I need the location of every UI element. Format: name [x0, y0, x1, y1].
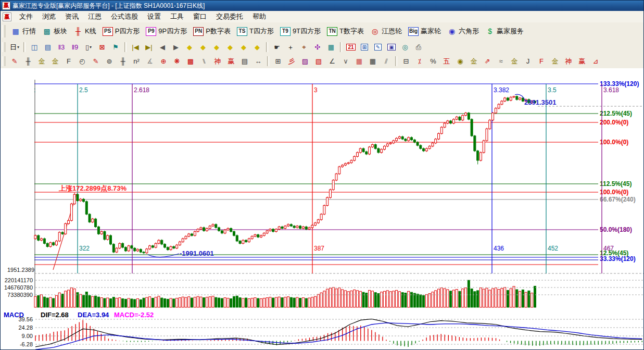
toolbar-grip[interactable]	[2, 56, 5, 66]
toolbar-button-p-square[interactable]: PSP四方形	[99, 25, 143, 38]
grid-red-icon[interactable]: ▦	[352, 55, 366, 67]
angle-final-icon[interactable]: ⊿	[589, 55, 602, 67]
gann-ruler-icon[interactable]: ╫	[21, 55, 35, 67]
toolbar-button-kline[interactable]: ╫K线	[70, 25, 99, 38]
color-chart-icon[interactable]: ⚑	[109, 41, 122, 53]
menu-item-2[interactable]: 资讯	[60, 11, 83, 22]
last-page-icon[interactable]: ▶|	[142, 41, 156, 53]
menu-item-4[interactable]: 公式选股	[106, 11, 143, 22]
first-page-icon[interactable]: |◀	[129, 41, 142, 53]
menu-item-6[interactable]: 工具	[166, 11, 188, 22]
menu-item-0[interactable]: 文件	[15, 11, 37, 22]
fib-f-icon[interactable]: F	[62, 55, 75, 67]
window-tile-icon[interactable]: ◫	[28, 41, 41, 53]
angle-fan-icon[interactable]: ∡	[143, 55, 157, 67]
puzzle-icon[interactable]: ▦	[324, 41, 338, 53]
crosshair-icon[interactable]: ＋	[284, 41, 297, 53]
diamond-right-icon[interactable]: ◆	[196, 41, 210, 53]
hash-icon[interactable]: ╫	[116, 55, 130, 67]
grid-dark-icon[interactable]: ▦	[366, 55, 380, 67]
gann-tool-icon[interactable]: ✣	[311, 41, 324, 53]
f-line-icon[interactable]: F	[535, 55, 548, 67]
gold-line2-icon[interactable]: 金	[548, 55, 562, 67]
shen-line-icon[interactable]: 神	[562, 55, 575, 67]
n-squared-icon[interactable]: n²	[130, 55, 143, 67]
web-icon[interactable]: ◎	[398, 41, 412, 53]
toolbar-button-9t-square[interactable]: T99T四方形	[277, 25, 324, 38]
toolbar-grip[interactable]	[2, 25, 5, 38]
toolbar-button-t-digit-table[interactable]: TNT数字表	[324, 25, 367, 38]
toolbar-button-hexagon[interactable]: ◉六角形	[444, 25, 482, 38]
formula-box-icon[interactable]: ⊠	[95, 41, 109, 53]
wave-icon[interactable]: ≈	[494, 55, 508, 67]
pencil2-icon[interactable]: ✎	[89, 55, 103, 67]
single-candle-dropdown[interactable]: ▯▾	[82, 41, 95, 53]
hist-tool-icon[interactable]: ⊟	[399, 55, 413, 67]
toolbar-button-gann-wheel[interactable]: ◎江恩轮	[367, 25, 405, 38]
shen-icon[interactable]: 神	[211, 55, 224, 67]
diamond-expand-icon[interactable]: ◆	[210, 41, 223, 53]
gold-gann2-icon[interactable]: 金	[48, 55, 62, 67]
diamond-left-icon[interactable]: ◆	[183, 41, 196, 53]
print-icon[interactable]: ⎙	[412, 41, 425, 53]
info-panel-icon[interactable]: ▤	[41, 41, 55, 53]
slant-lines-icon[interactable]: ⫽	[380, 55, 393, 67]
toolbar-button-sectors[interactable]: ▩板块	[39, 25, 70, 38]
bars-3-icon[interactable]: ‖3	[55, 41, 68, 53]
target-red-icon[interactable]: ⊕	[157, 55, 170, 67]
five-icon[interactable]: 五	[440, 55, 453, 67]
price-chart-canvas[interactable]: 133.33%(120)212.5%(45)200.0%(0)100.0%(0)…	[1, 68, 644, 350]
save-icon[interactable]: ▣	[385, 41, 398, 53]
menu-item-5[interactable]: 设置	[143, 11, 166, 22]
pencil-icon[interactable]: ✎	[8, 55, 21, 67]
angle-lines-icon[interactable]: ∠	[325, 55, 339, 67]
shaded-box2-icon[interactable]: ▧	[312, 55, 325, 67]
web-grid-icon[interactable]: ▩	[184, 55, 197, 67]
notepad-icon[interactable]: ✎	[371, 41, 385, 53]
toolbar-button-winner-service[interactable]: $赢家服务	[482, 25, 527, 38]
compass-icon[interactable]: ⊚	[103, 55, 116, 67]
toolbar-button-t-square[interactable]: TST四方形	[234, 25, 277, 38]
menu-item-8[interactable]: 交易委托	[211, 11, 248, 22]
toolbar-button-p-digit-table[interactable]: PNP数字表	[190, 25, 234, 38]
percent-icon[interactable]: %	[426, 55, 440, 67]
toolbar-grip[interactable]	[2, 42, 5, 52]
magnifier-icon[interactable]: ⌖	[297, 41, 311, 53]
gold-circle-icon[interactable]: ◉	[453, 55, 467, 67]
hand-drag-icon[interactable]: ☛	[270, 41, 284, 53]
diamond-center-icon[interactable]: ◆	[237, 41, 250, 53]
arrow-flag-icon[interactable]: ⇗	[481, 55, 494, 67]
gold-gann-icon[interactable]: 金	[35, 55, 48, 67]
bars-9-icon[interactable]: ‖9	[68, 41, 82, 53]
ruler-123-icon[interactable]: ▤	[238, 55, 251, 67]
spiral-icon[interactable]: ◴	[75, 55, 89, 67]
next-icon[interactable]: ▶	[169, 41, 183, 53]
prev-icon[interactable]: ◀	[156, 41, 169, 53]
print-icon-glyph: ⎙	[416, 43, 421, 52]
shaded-box-icon[interactable]: ▨	[298, 55, 312, 67]
period-day-dropdown[interactable]: 日▾	[8, 41, 21, 53]
calculator-icon[interactable]: ⊞	[358, 41, 371, 53]
menu-item-7[interactable]: 窗口	[188, 11, 211, 22]
diamond-compress-icon[interactable]: ◆	[223, 41, 237, 53]
tick-marks-icon[interactable]: ⑊	[197, 55, 211, 67]
toolbar-button-9p-square[interactable]: P99P四方形	[143, 25, 190, 38]
menu-item-9[interactable]: 帮助	[248, 11, 271, 22]
menu-item-3[interactable]: 江恩	[83, 11, 106, 22]
ying-icon[interactable]: 赢	[224, 55, 238, 67]
rays-icon[interactable]: 彡	[285, 55, 298, 67]
zigzag-icon[interactable]: ∨	[339, 55, 352, 67]
diamond-fit-icon[interactable]: ◆	[250, 41, 264, 53]
toolbar-button-winner-wheel[interactable]: Big赢家轮	[405, 25, 444, 38]
percent-slash-icon[interactable]: ⁒	[413, 55, 426, 67]
calendar-21-icon[interactable]: 21	[344, 41, 358, 53]
gold-slash-icon[interactable]: 金	[508, 55, 521, 67]
gold-lines-icon[interactable]: 金	[467, 55, 481, 67]
star-web-icon[interactable]: ❋	[170, 55, 184, 67]
menu-item-1[interactable]: 浏览	[37, 11, 60, 22]
toolbar-button-quotes[interactable]: ▦行情	[8, 25, 39, 38]
j-line-icon[interactable]: J	[521, 55, 535, 67]
ying-line-icon[interactable]: 赢	[575, 55, 589, 67]
width-arrows-icon[interactable]: ↔	[251, 55, 265, 67]
box-tool-icon[interactable]: ⊞	[271, 55, 285, 67]
